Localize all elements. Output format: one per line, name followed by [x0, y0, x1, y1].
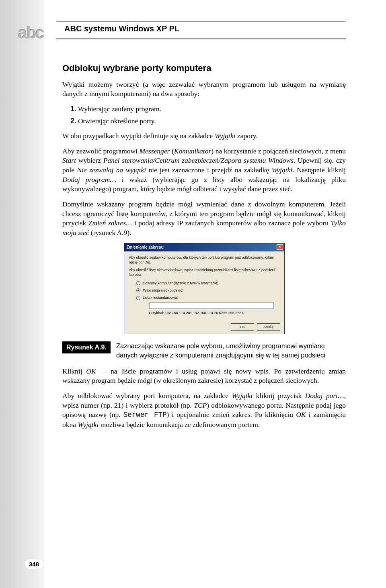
list-item-1: 1. Wybierając zaufany program.: [70, 104, 346, 114]
dialog-button-row: OK Anuluj: [124, 320, 284, 334]
figure-caption-block: Rysunek A.9. Zaznaczając wskazane pole w…: [62, 341, 346, 359]
click-ok-paragraph: Kliknij OK — na liście programów i usług…: [62, 367, 346, 386]
radio-label-custom: Lista niestandardowa:: [143, 296, 178, 300]
txt: zapory.: [236, 132, 258, 140]
radio-icon: [136, 281, 140, 285]
txt: W obu przypadkach wyjątki definiuje się …: [62, 132, 215, 140]
left-margin-stripe: [0, 0, 44, 588]
radio-icon-checked: [136, 288, 140, 292]
custom-list-input[interactable]: [149, 302, 274, 309]
radio-group: Dowolny komputer (łącznie z tymi w Inter…: [136, 281, 279, 316]
figure-label: Rysunek A.9.: [62, 341, 111, 353]
unblock-port-paragraph: Aby odblokować wybrany port komputera, n…: [62, 391, 346, 430]
italic-wyjatki: Wyjątki: [215, 132, 236, 140]
allow-messenger-paragraph: Aby zezwolić programowi Messenger (Komun…: [62, 147, 346, 194]
radio-icon: [136, 296, 140, 300]
figure-caption: Zaznaczając wskazane pole wyboru, umożli…: [116, 341, 346, 359]
change-scope-dialog: Zmienianie zakresu × Aby określić zestaw…: [124, 243, 285, 334]
list-num-2: 2.: [70, 117, 76, 125]
both-cases-paragraph: W obu przypadkach wyjątki definiuje się …: [62, 131, 346, 141]
example-text: Przykład: 192.168.114.201,192.168.114.20…: [149, 310, 279, 315]
radio-option-custom[interactable]: Lista niestandardowa:: [136, 295, 279, 300]
cancel-button[interactable]: Anuluj: [257, 323, 280, 331]
default-scope-paragraph: Domyślnie wskazany program będzie mógł w…: [62, 200, 346, 238]
section-heading: Odblokuj wybrane porty komputera: [62, 62, 346, 74]
page-number: 348: [25, 559, 43, 569]
dialog-title-text: Zmienianie zakresu: [127, 245, 164, 249]
list-text-1: Wybierając zaufany program.: [78, 105, 161, 113]
dialog-body: Aby określić zestaw komputerów, dla któr…: [124, 251, 284, 320]
list-item-2: 2. Otwierając określone porty.: [70, 116, 346, 126]
intro-paragraph: Wyjątki możemy tworzyć (a więc zezwalać …: [62, 80, 346, 99]
page-content: Odblokuj wybrane porty komputera Wyjątki…: [62, 62, 346, 435]
running-header: ABC systemu Windows XP PL: [64, 24, 179, 33]
dialog-note-1: Aby określić zestaw komputerów, dla któr…: [129, 255, 279, 265]
radio-label-any: Dowolny komputer (łącznie z tymi w Inter…: [143, 281, 218, 285]
dialog-titlebar: Zmienianie zakresu ×: [124, 243, 284, 251]
dialog-note-2: Aby określić listę niestandardową, wpisz…: [129, 268, 279, 277]
list-num-1: 1.: [70, 105, 76, 113]
radio-option-any[interactable]: Dowolny komputer (łącznie z tymi w Inter…: [136, 281, 279, 286]
list-text-2: Otwierając określone porty.: [78, 117, 156, 125]
radio-label-mysubnet: Tylko moja sieć (podsieć): [143, 288, 183, 292]
ok-button[interactable]: OK: [231, 323, 254, 331]
radio-option-mysubnet[interactable]: Tylko moja sieć (podsieć): [136, 288, 279, 293]
header-rule-top: [56, 21, 346, 22]
header-rule-bottom: [56, 38, 346, 39]
close-icon[interactable]: ×: [277, 244, 283, 250]
dialog-figure: Zmienianie zakresu × Aby określić zestaw…: [62, 243, 346, 334]
abc-logo: abc: [18, 23, 43, 43]
